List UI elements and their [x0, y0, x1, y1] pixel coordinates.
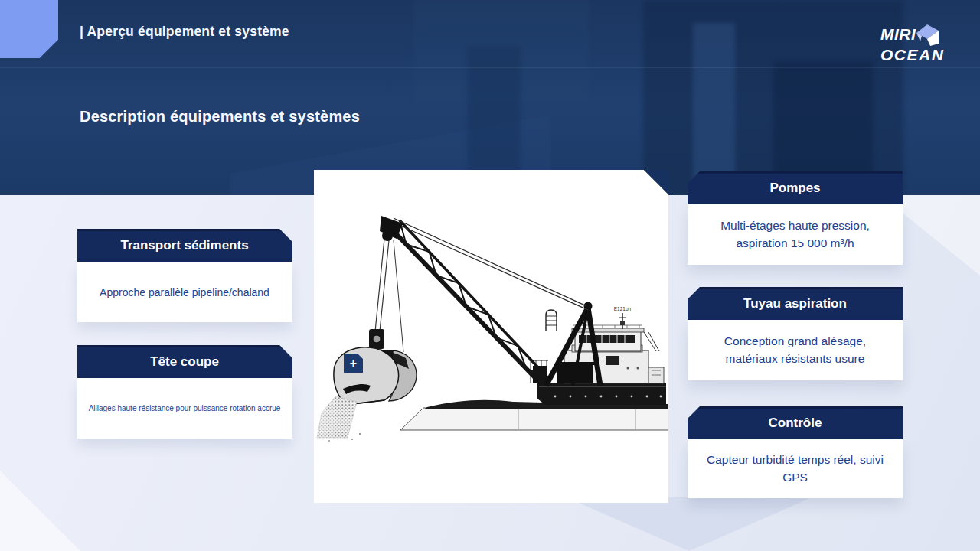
logo-text-ocean: OCEAN — [880, 48, 944, 62]
slide-header-title: | Aperçu équipement et système — [80, 24, 289, 40]
illustration-tiny-label: E121oh — [614, 306, 632, 311]
chevron-decoration — [567, 497, 812, 551]
bottom-left-decoration — [0, 471, 80, 551]
card-body-pompes: Multi-étages haute pression, aspiration … — [688, 204, 903, 265]
hero-band: | Aperçu équipement et système Descripti… — [0, 0, 980, 195]
logo-text-miri: MIRI — [880, 28, 916, 41]
zoom-plus-button[interactable]: + — [344, 354, 363, 373]
hero-photo-shape — [693, 23, 735, 195]
card-title-tuyau-aspiration: Tuyau aspiration — [688, 287, 903, 320]
card-title-label: Tête coupe — [150, 354, 219, 370]
card-title-label: Transport sédiments — [120, 238, 248, 253]
card-body-transport-sediments: Approche parallèle pipeline/chaland — [77, 262, 292, 322]
card-body-controle: Capteur turbidité temps réel, suivi GPS — [688, 439, 903, 498]
card-title-pompes: Pompes — [688, 171, 903, 204]
corner-decoration — [0, 0, 58, 58]
logo-mark-icon — [914, 23, 943, 47]
slide: | Aperçu équipement et système Descripti… — [0, 0, 980, 551]
card-body-text: Conception grand alésage, matériaux rési… — [704, 333, 887, 367]
miri-ocean-logo: MIRI OCEAN — [880, 28, 944, 62]
card-title-transport-sediments: Transport sédiments — [77, 229, 292, 262]
card-body-text: Multi-étages haute pression, aspiration … — [704, 217, 887, 252]
card-body-tuyau-aspiration: Conception grand alésage, matériaux rési… — [688, 320, 903, 380]
card-title-label: Contrôle — [769, 416, 822, 431]
card-body-text: Capteur turbidité temps réel, suivi GPS — [704, 452, 887, 486]
page-title: Description équipements et systèmes — [80, 108, 360, 126]
card-body-tete-coupe: Alliages haute résistance pour puissance… — [77, 378, 292, 439]
card-body-text: Alliages haute résistance pour puissance… — [89, 404, 281, 412]
card-title-tete-coupe: Tête coupe — [77, 345, 292, 378]
card-title-label: Pompes — [769, 181, 820, 196]
equipment-illustration-panel: E121oh — [314, 170, 668, 503]
hero-divider — [0, 67, 980, 68]
plus-icon: + — [350, 357, 357, 370]
card-title-label: Tuyau aspiration — [743, 296, 847, 311]
card-title-controle: Contrôle — [688, 406, 903, 439]
dredger-illustration: E121oh — [314, 170, 668, 503]
card-body-text: Approche parallèle pipeline/chaland — [100, 286, 270, 298]
